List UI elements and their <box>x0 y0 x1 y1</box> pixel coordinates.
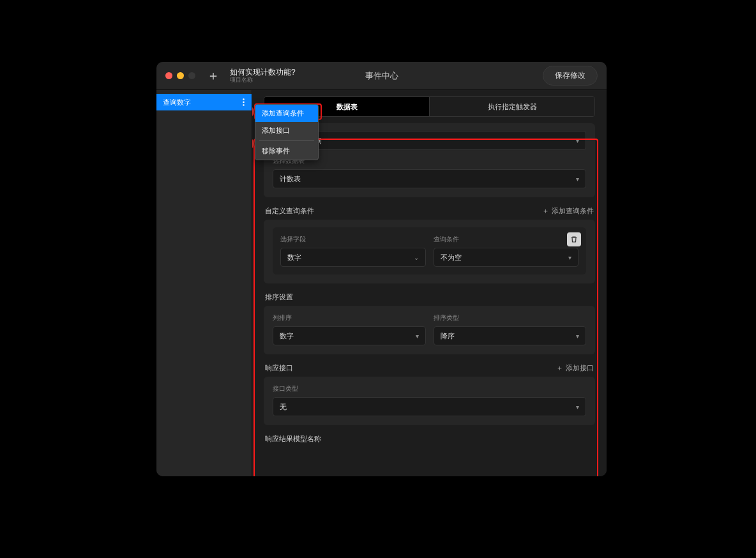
context-menu-separator <box>259 140 314 141</box>
ctx-label: 移除事件 <box>262 147 290 155</box>
context-menu-remove-event[interactable]: 移除事件 <box>255 142 318 160</box>
field-label: 选择字段 <box>280 235 426 244</box>
section-header: 自定义查询条件 ＋ 添加查询条件 <box>264 204 595 220</box>
tab-trigger[interactable]: 执行指定触发器 <box>429 97 594 116</box>
project-title: 如何实现计数功能? <box>230 68 296 77</box>
add-label: 添加查询条件 <box>552 206 594 216</box>
ctx-label: 添加接口 <box>262 126 290 134</box>
section-header: 排序设置 <box>264 290 595 306</box>
sort-column-select[interactable]: 数字 ▾ <box>273 326 426 345</box>
add-event-button[interactable]: ＋ <box>206 68 221 84</box>
sort-fields: 列排序 数字 ▾ 排序类型 降序 ▾ <box>273 313 586 345</box>
query-type-select[interactable]: 单表数据查询 ▾ <box>273 131 586 150</box>
datatable-label: 选择数据表 <box>273 156 586 165</box>
section-result-model: 响应结果模型名称 <box>264 432 595 448</box>
svg-point-2 <box>243 104 245 106</box>
select-value: 不为空 <box>441 253 462 262</box>
response-panel: 接口类型 无 ▾ <box>264 377 595 425</box>
chevron-down-icon: ▾ <box>576 176 579 183</box>
chevron-down-icon: ▾ <box>416 333 419 340</box>
interface-type-label: 接口类型 <box>273 384 586 393</box>
query-condition-row: 选择字段 数字 ⌄ 查询条件 不为空 ▾ <box>273 227 586 275</box>
section-title: 响应接口 <box>265 363 293 373</box>
section-title: 响应结果模型名称 <box>265 434 321 444</box>
context-menu-add-interface[interactable]: 添加接口 <box>255 122 318 139</box>
svg-point-1 <box>243 102 245 103</box>
field-select[interactable]: 数字 ⌄ <box>280 248 426 267</box>
select-value: 数字 <box>280 331 294 341</box>
chevron-down-icon: ▾ <box>576 137 579 144</box>
section-header: 响应接口 ＋ 添加接口 <box>264 361 595 377</box>
sort-type-select[interactable]: 降序 ▾ <box>434 326 587 345</box>
section-title: 排序设置 <box>265 292 293 302</box>
add-label: 添加接口 <box>566 363 594 373</box>
condition-select[interactable]: 不为空 ▾ <box>434 248 579 267</box>
query-panel: 选择字段 数字 ⌄ 查询条件 不为空 ▾ <box>264 220 595 283</box>
add-interface-button[interactable]: ＋ 添加接口 <box>556 363 594 373</box>
plus-icon: ＋ <box>542 206 549 216</box>
sort-col-label: 列排序 <box>273 313 426 322</box>
save-button[interactable]: 保存修改 <box>543 66 598 86</box>
plus-icon: ＋ <box>556 363 563 373</box>
condition-label: 查询条件 <box>434 235 579 244</box>
section-response: 响应接口 ＋ 添加接口 接口类型 无 ▾ <box>264 361 595 425</box>
title-stack: 如何实现计数功能? 项目名称 <box>230 68 296 84</box>
select-value: 数字 <box>287 253 301 262</box>
chevron-down-icon: ▾ <box>568 254 571 261</box>
add-query-condition-button[interactable]: ＋ 添加查询条件 <box>542 206 594 216</box>
sort-type-label: 排序类型 <box>434 313 587 322</box>
datatable-select[interactable]: 计数表 ▾ <box>273 169 586 188</box>
close-window-icon[interactable] <box>165 72 172 79</box>
delete-condition-button[interactable] <box>567 232 581 246</box>
section-title: 自定义查询条件 <box>265 206 314 216</box>
select-value: 降序 <box>441 331 455 341</box>
section-sort: 排序设置 列排序 数字 ▾ 排序类型 <box>264 290 595 354</box>
select-value: 无 <box>280 402 287 412</box>
chevron-down-icon: ⌄ <box>414 254 419 261</box>
context-menu: 添加查询条件 添加接口 移除事件 <box>255 104 319 160</box>
project-subtitle: 项目名称 <box>230 77 296 84</box>
select-value: 计数表 <box>280 174 301 184</box>
sidebar-item-label: 查询数字 <box>163 98 191 107</box>
minimize-window-icon[interactable] <box>177 72 184 79</box>
more-icon[interactable] <box>239 98 248 107</box>
app-window: ＋ 如何实现计数功能? 项目名称 事件中心 保存修改 查询数字 数据表 <box>156 62 607 476</box>
titlebar: ＋ 如何实现计数功能? 项目名称 事件中心 保存修改 <box>156 62 607 90</box>
window-title: 事件中心 <box>156 70 607 82</box>
tab-label: 执行指定触发器 <box>488 102 537 112</box>
section-header: 响应结果模型名称 <box>264 432 595 448</box>
traffic-lights <box>165 72 195 79</box>
chevron-down-icon: ▾ <box>576 333 579 340</box>
tab-label: 数据表 <box>336 102 358 112</box>
interface-type-select[interactable]: 无 ▾ <box>273 397 586 416</box>
sidebar-item-query-number[interactable]: 查询数字 <box>156 94 252 110</box>
chevron-down-icon: ▾ <box>576 403 579 411</box>
ctx-label: 添加查询条件 <box>262 109 304 117</box>
svg-point-0 <box>243 98 245 100</box>
section-query-conditions: 自定义查询条件 ＋ 添加查询条件 选择字段 <box>264 204 595 283</box>
context-menu-add-query-condition[interactable]: 添加查询条件 <box>255 105 318 122</box>
main-panel: 数据表 执行指定触发器 单表数据查询 ▾ 选择数据表 计数表 ▾ <box>252 90 607 476</box>
condition-fields: 选择字段 数字 ⌄ 查询条件 不为空 ▾ <box>280 235 578 267</box>
body: 查询数字 数据表 执行指定触发器 单表数据查询 <box>156 90 607 476</box>
sidebar: 查询数字 <box>156 90 252 476</box>
sort-panel: 列排序 数字 ▾ 排序类型 降序 ▾ <box>264 306 595 354</box>
fullscreen-window-icon[interactable] <box>188 72 195 79</box>
